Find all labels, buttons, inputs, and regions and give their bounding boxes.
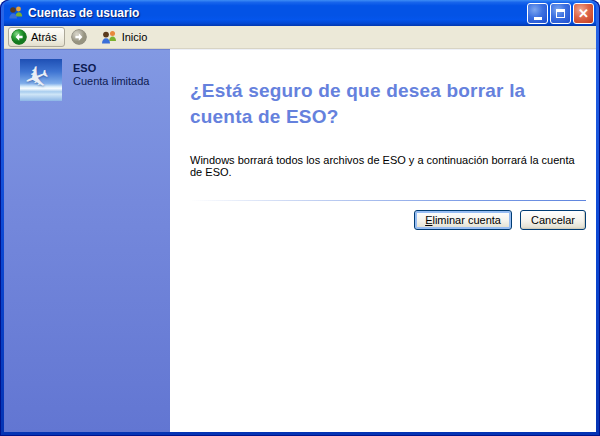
airplane-glyph: ✈ (20, 59, 55, 98)
main-pane: ¿Está seguro de que desea borrar la cuen… (170, 49, 596, 432)
maximize-icon (556, 9, 565, 18)
back-arrow-icon (11, 29, 27, 45)
delete-account-button[interactable]: Eliminar cuenta (414, 210, 512, 230)
account-type: Cuenta limitada (73, 75, 149, 88)
page-title: ¿Está seguro de que desea borrar la cuen… (190, 78, 586, 130)
forward-arrow-icon (71, 29, 87, 45)
cancel-button[interactable]: Cancelar (520, 210, 586, 230)
account-name: ESO (73, 62, 149, 75)
title-bar[interactable]: Cuentas de usuario ✕ (4, 0, 596, 26)
navigation-toolbar: Atrás Inicio (4, 26, 596, 49)
home-users-icon (101, 30, 118, 45)
maximize-button[interactable] (550, 3, 571, 24)
back-label: Atrás (31, 31, 57, 43)
account-tile: ✈ ESO Cuenta limitada (20, 59, 170, 101)
user-accounts-window: Cuentas de usuario ✕ Atrás (0, 0, 600, 436)
back-button[interactable]: Atrás (8, 27, 65, 47)
content-area: ✈ ESO Cuenta limitada ¿Está seguro de qu… (4, 49, 596, 432)
user-picture-airplane-icon: ✈ (20, 59, 62, 101)
delete-label-rest: liminar cuenta (432, 214, 500, 226)
minimize-button[interactable] (527, 3, 548, 24)
forward-button[interactable] (71, 29, 87, 45)
window-title: Cuentas de usuario (28, 6, 527, 20)
button-row: Eliminar cuenta Cancelar (190, 210, 586, 230)
confirmation-text: Windows borrará todos los archivos de ES… (190, 154, 586, 178)
close-icon: ✕ (578, 7, 589, 20)
minimize-icon (534, 17, 542, 20)
sidebar: ✈ ESO Cuenta limitada (4, 49, 170, 432)
divider (190, 200, 586, 201)
home-button[interactable]: Inicio (101, 30, 148, 45)
home-label: Inicio (122, 31, 148, 43)
close-button[interactable]: ✕ (573, 3, 594, 24)
user-accounts-icon (8, 5, 24, 21)
